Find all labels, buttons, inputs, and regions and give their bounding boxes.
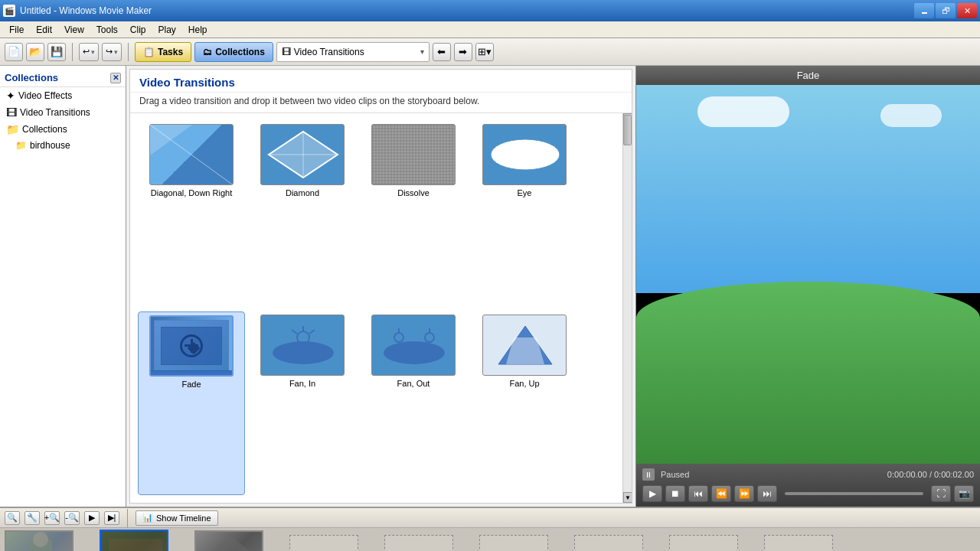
rewind-button[interactable]: ⏪ (711, 485, 731, 502)
main-area: Collections ✕ ✦ Video Effects 🎞 Video Tr… (0, 66, 980, 507)
seek-bar[interactable] (785, 492, 923, 495)
menu-play[interactable]: Play (152, 23, 182, 37)
preview-controls: ⏸ Paused 0:00:00.00 / 0:00:02.00 ▶ ⏹ ⏮ ⏪… (636, 464, 980, 507)
transition-icon: 🎞 (6, 106, 17, 119)
sidebar-item-collections[interactable]: 📁 Collections (0, 121, 126, 138)
transition-label-fade: Fade (181, 380, 201, 389)
new-button[interactable]: 📄 (5, 43, 23, 61)
camera-button[interactable]: 📷 (954, 485, 974, 502)
transition-diamond[interactable]: Diamond (249, 121, 356, 304)
storyboard-play-clip[interactable]: ▶| (104, 511, 119, 525)
transition-fan-up[interactable]: Fan, Up (471, 311, 578, 496)
transitions-panel: Video Transitions Drag a video transitio… (129, 69, 632, 504)
transition-dropdown[interactable]: 🎞 Video Transitions ▾ (276, 42, 430, 62)
preview-status-text: Paused (661, 470, 689, 479)
storyboard-clip-3[interactable]: ★ birdhouse (194, 530, 263, 552)
show-timeline-button[interactable]: 📊 Show Timeline (136, 510, 218, 526)
content-area: Video Transitions Drag a video transitio… (126, 66, 635, 507)
star-icon: ✦ (6, 90, 15, 102)
stop-button[interactable]: ⏹ (665, 485, 685, 502)
subfolder-icon: 📁 (15, 140, 27, 151)
close-button[interactable]: ✕ (957, 3, 977, 18)
folder-icon: 📁 (6, 123, 19, 135)
window-title: Untitled - Windows Movie Maker (20, 5, 914, 16)
sidebar-header: Collections ✕ (0, 69, 126, 87)
view-options-button[interactable]: ⊞▾ (475, 43, 494, 61)
scroll-down-button[interactable]: ▼ (623, 492, 632, 503)
svg-marker-26 (211, 536, 250, 551)
transition-thumb-eye (482, 124, 567, 185)
menu-edit[interactable]: Edit (30, 23, 58, 37)
storyboard-toolbar: 🔍 🔧 +🔍 -🔍 ▶ ▶| 📊 Show Timeline (0, 508, 980, 528)
sidebar-item-video-transitions[interactable]: 🎞 Video Transitions (0, 104, 126, 121)
transition-dissolve[interactable]: Dissolve (360, 121, 467, 304)
transition-eye[interactable]: Eye (471, 121, 578, 304)
storyboard-zoom-in-2[interactable]: +🔍 (44, 511, 60, 525)
sidebar: Collections ✕ ✦ Video Effects 🎞 Video Tr… (0, 66, 126, 507)
scrollbar[interactable]: ▲ ▼ (622, 113, 632, 503)
preview-status: ⏸ Paused 0:00:00.00 / 0:00:02.00 (642, 468, 974, 481)
storyboard-empty-arrow-4: ▶ (550, 539, 573, 551)
redo-button[interactable]: ↪▾ (102, 43, 122, 61)
sidebar-item-label-video-transitions: Video Transitions (20, 107, 90, 118)
preview-time: 0:00:00.00 / 0:00:02.00 (887, 470, 974, 479)
forward-button[interactable]: ➡ (454, 43, 472, 61)
storyboard-zoom-in[interactable]: 🔍 (5, 511, 20, 525)
menu-view[interactable]: View (58, 23, 90, 37)
clip-thumb-1[interactable]: ★ (5, 530, 74, 552)
maximize-button[interactable]: 🗗 (936, 3, 956, 18)
storyboard-clip-1[interactable]: ★ 111111_0003.JPG (5, 530, 74, 552)
transition-label-diamond: Diamond (286, 188, 319, 197)
undo-button[interactable]: ↩▾ (79, 43, 99, 61)
storyboard-play[interactable]: ▶ (84, 511, 100, 525)
app-icon: 🎬 (3, 5, 15, 17)
transition-fade[interactable]: Fade (138, 311, 245, 496)
transition-thumb-fan-up (482, 315, 567, 376)
svg-rect-24 (109, 539, 162, 552)
sidebar-item-birdhouse[interactable]: 📁 birdhouse (0, 138, 126, 153)
back-button[interactable]: ⬅ (433, 43, 451, 61)
menu-clip[interactable]: Clip (124, 23, 152, 37)
transition-label-fan-up: Fan, Up (509, 379, 539, 388)
collections-label: Collections (215, 47, 265, 57)
menu-file[interactable]: File (3, 23, 30, 37)
next-frame-button[interactable]: ⏭ (757, 485, 777, 502)
scrollbar-thumb[interactable] (623, 115, 632, 145)
tasks-button[interactable]: 📋 Tasks (135, 42, 191, 62)
dropdown-value: Video Transitions (294, 47, 364, 57)
pause-icon: ⏸ (642, 468, 655, 481)
storyboard-clip-2[interactable]: ★ 111111_0002.JPG (100, 530, 168, 552)
menu-tools[interactable]: Tools (90, 23, 124, 37)
prev-frame-button[interactable]: ⏮ (688, 485, 708, 502)
menu-help[interactable]: Help (182, 23, 214, 37)
transition-fan-in[interactable]: Fan, In (249, 311, 356, 496)
panel-title: Video Transitions (130, 70, 632, 93)
storyboard-empty-arrow-5: ▶ (645, 539, 668, 551)
tasks-label: Tasks (158, 47, 183, 57)
play-button[interactable]: ▶ (642, 485, 662, 502)
sidebar-close-button[interactable]: ✕ (110, 73, 121, 83)
svg-point-6 (491, 139, 560, 170)
transition-fan-out[interactable]: Fan, Out (360, 311, 467, 496)
minimize-button[interactable]: 🗕 (914, 3, 934, 18)
fast-forward-button[interactable]: ⏩ (734, 485, 754, 502)
collections-button[interactable]: 🗂 Collections (194, 42, 273, 62)
sidebar-item-label-birdhouse: birdhouse (30, 140, 70, 151)
clip-thumb-3[interactable]: ★ (194, 530, 263, 552)
transition-diagonal-down-right[interactable]: Diagonal, Down Right (138, 121, 245, 304)
clip-thumb-2[interactable]: ★ (100, 530, 168, 552)
fullscreen-button[interactable]: ⛶ (931, 485, 951, 502)
open-button[interactable]: 📂 (26, 43, 44, 61)
toolbar: 📄 📂 💾 ↩▾ ↪▾ 📋 Tasks 🗂 Collections 🎞 Vide… (0, 38, 980, 66)
sidebar-item-video-effects[interactable]: ✦ Video Effects (0, 87, 126, 104)
svg-point-14 (425, 333, 434, 342)
transition-label-dissolve: Dissolve (397, 188, 430, 197)
storyboard-zoom-out[interactable]: -🔍 (64, 511, 80, 525)
svg-line-11 (309, 330, 315, 334)
storyboard-tool[interactable]: 🔧 (24, 511, 40, 525)
panel-description: Drag a video transition and drop it betw… (130, 93, 632, 113)
separator-1 (72, 43, 73, 61)
save-button[interactable]: 💾 (47, 43, 66, 61)
timeline-icon: 📊 (142, 513, 153, 523)
svg-line-10 (292, 330, 297, 334)
